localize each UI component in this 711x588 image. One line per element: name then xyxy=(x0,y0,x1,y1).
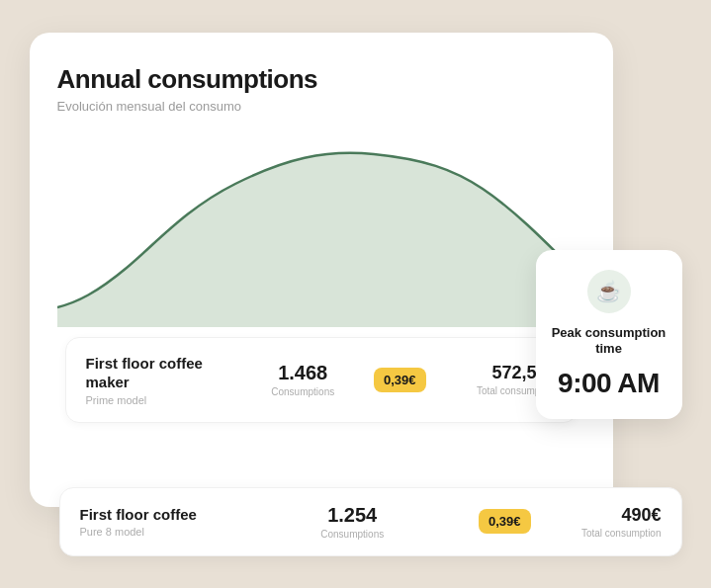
device1-consumptions-value: 1.468 xyxy=(244,362,362,384)
device1-model: Prime model xyxy=(86,394,244,406)
chart-fill xyxy=(57,152,585,326)
second-row-wrapper: First floor coffee Pure 8 model 1.254 Co… xyxy=(59,487,682,556)
device1-price-badge: 0,39€ xyxy=(374,368,426,392)
device2-name: First floor coffee xyxy=(80,505,238,525)
card-subtitle: Evolución mensual del consumo xyxy=(57,99,585,114)
peak-icon-circle: ☕ xyxy=(587,270,631,313)
main-card: Annual consumptions Evolución mensual de… xyxy=(30,33,613,507)
device2-consumptions-value: 1.254 xyxy=(238,504,467,527)
device1-consumptions-label: Consumptions xyxy=(244,386,362,397)
device1-consumptions-section: 1.468 Consumptions xyxy=(244,362,362,397)
consumption-chart xyxy=(57,129,585,327)
device-row-1: First floor coffee maker Prime model 1.4… xyxy=(65,337,578,423)
device2-total-section: 490€ Total consumption xyxy=(543,505,662,539)
chart-area xyxy=(57,129,585,327)
device-row-2: First floor coffee Pure 8 model 1.254 Co… xyxy=(59,487,682,556)
peak-label: Peak consumption time xyxy=(552,325,667,359)
peak-time: 9:00 AM xyxy=(552,368,667,399)
device1-name: First floor coffee maker xyxy=(86,354,244,392)
card-title: Annual consumptions xyxy=(57,64,585,95)
device1-name-section: First floor coffee maker Prime model xyxy=(86,354,244,406)
device2-price-badge: 0,39€ xyxy=(479,509,531,534)
device2-name-section: First floor coffee Pure 8 model xyxy=(80,505,238,539)
device2-model: Pure 8 model xyxy=(80,526,238,538)
peak-card: ☕ Peak consumption time 9:00 AM xyxy=(536,250,682,420)
outer-wrapper: Annual consumptions Evolución mensual de… xyxy=(30,33,682,556)
device2-consumptions-label: Consumptions xyxy=(238,529,467,540)
coffee-icon: ☕ xyxy=(596,280,621,303)
device2-total-value: 490€ xyxy=(543,505,662,526)
device2-consumptions-section: 1.254 Consumptions xyxy=(238,504,467,540)
device2-total-label: Total consumption xyxy=(543,528,662,539)
